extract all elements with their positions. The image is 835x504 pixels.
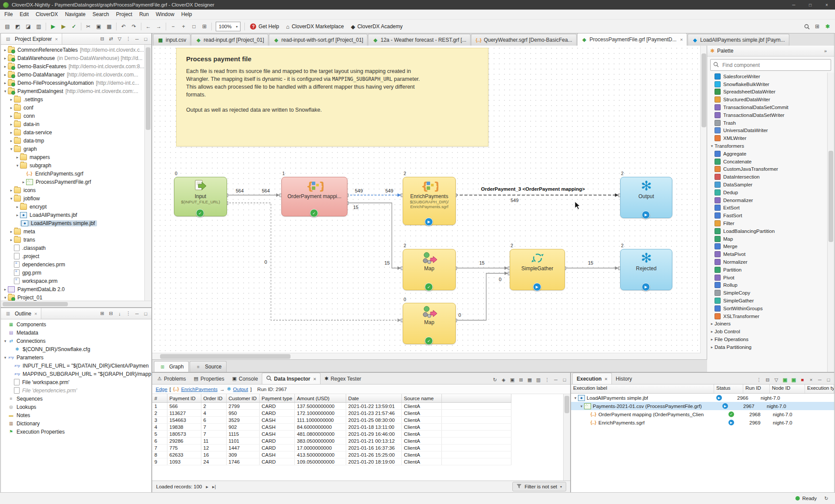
tree-item-commonreferencetables[interactable]: ▸CommonReferenceTables[http://demo-int.c… <box>1 46 151 54</box>
graph-canvas[interactable]: Process payment file Each file is read f… <box>152 46 707 360</box>
filter-icon[interactable]: ▽ <box>772 375 781 384</box>
marketplace-button[interactable]: ⌂CloverDX Marketplace <box>283 23 347 30</box>
zoom-out-icon[interactable]: − <box>168 22 178 31</box>
tree-item-sequences[interactable]: ≡Sequences <box>1 395 151 403</box>
expand-caret-icon[interactable]: ▸ <box>21 180 26 184</box>
data-row[interactable]: 156622799CARD137.50000000002021-01-22 13… <box>152 403 511 410</box>
collapse-caret-icon[interactable]: ▾ <box>9 147 14 151</box>
close-tab-icon[interactable]: × <box>605 376 607 381</box>
palette-item-transactionaldatasetwriter[interactable]: TransactionalDataSetWriter <box>707 111 834 119</box>
minimize-icon[interactable]: ─ <box>551 375 560 384</box>
palette-item-loadbalancingpartition[interactable]: LoadBalancingPartition <box>707 227 834 235</box>
expand-caret-icon[interactable]: ▸ <box>15 205 20 209</box>
canvas-vscrollbar[interactable] <box>700 46 707 360</box>
tree-item-data-tmp[interactable]: ▸data-tmp <box>1 136 151 145</box>
expand-caret-icon[interactable]: ▸ <box>3 73 8 77</box>
palette-item-concatenate[interactable]: Concatenate <box>707 158 834 166</box>
palette-search[interactable] <box>710 59 831 71</box>
zoom-select[interactable]: 100%▾ <box>216 22 240 31</box>
tab-data-inspector[interactable]: Data Inspector× <box>262 373 321 384</box>
column-header-execution-type[interactable]: Execution type <box>805 385 834 393</box>
expand-caret-icon[interactable]: ▸ <box>9 122 14 126</box>
collapse-all-icon[interactable]: ⊟ <box>107 309 115 318</box>
collapse-all-icon[interactable]: ⊟ <box>763 375 772 384</box>
component-orderpayment-mapping[interactable]: 1{}OrderPayment mappi...✓ <box>281 177 347 213</box>
column-header-date[interactable]: Date <box>346 394 401 403</box>
data-row[interactable]: 7775121447CARD17.00000000002021-01-16 16… <box>152 444 511 451</box>
palette-item-extsort[interactable]: ExtSort <box>707 204 834 212</box>
expand-caret-icon[interactable]: ▸ <box>709 329 715 334</box>
editor-tab-12a-weather-forecast-rest-grf[interactable]: ◆12a - Weather forecast - REST.grf [... <box>368 34 471 46</box>
breadcrumb-source-link[interactable]: EnrichPayments <box>181 387 217 392</box>
tree-item-project[interactable]: .project <box>1 252 151 260</box>
canvas-hscrollbar[interactable] <box>152 353 701 360</box>
execution-row-orderpayment-mapping-orderpayments-clien[interactable]: {..}OrderPayment mapping (OrderPayments_… <box>571 410 834 418</box>
expand-all-icon[interactable]: ⊞ <box>98 309 107 318</box>
column-header-payment-id[interactable]: Payment ID <box>167 394 201 403</box>
palette-item-universaldatawriter[interactable]: UniversalDataWriter <box>707 127 834 135</box>
grid-view-icon[interactable]: ⊞ <box>517 375 525 384</box>
palette-category-joiners[interactable]: ▸Joiners <box>707 320 834 328</box>
clover-perspective-icon[interactable]: ✱ <box>823 22 832 31</box>
tree-item-notes[interactable]: ▬Notes <box>1 411 151 419</box>
tree-item-dictionary[interactable]: ▥Dictionary <box>1 419 151 428</box>
collapse-caret-icon[interactable]: ▾ <box>3 89 8 93</box>
refresh-icon[interactable]: ↻ <box>491 375 499 384</box>
palette-vscrollbar[interactable] <box>827 73 834 372</box>
maximize-icon[interactable]: □ <box>824 375 833 384</box>
copy-icon[interactable]: ▣ <box>94 22 104 31</box>
palette-category-transformers[interactable]: ▾Transformers <box>707 142 834 150</box>
execution-row-enrichpayments-sgrf[interactable]: {..}EnrichPayments.sgrf▶2969night-7.0 <box>571 418 834 427</box>
tab-regex-tester[interactable]: ✱Regex Tester <box>321 373 365 384</box>
zoom-in-icon[interactable]: + <box>179 22 188 31</box>
column-header-status[interactable]: Status <box>714 385 743 393</box>
execution-row-payments-2021-01-csv-processpaymentfile-grf[interactable]: ▾Payments-2021-01.csv (ProcessPaymentFil… <box>571 402 834 410</box>
grid-snap-icon[interactable]: ⊞ <box>200 22 209 31</box>
menu-file[interactable]: File <box>1 10 16 19</box>
collapse-caret-icon[interactable]: ▾ <box>3 295 8 300</box>
breadcrumb-edge-link[interactable]: Edge <box>156 387 167 392</box>
expand-caret-icon[interactable]: ▸ <box>9 97 14 102</box>
expand-caret-icon[interactable]: ▸ <box>9 130 14 135</box>
component-map-2[interactable]: 0Map✓ <box>403 303 455 341</box>
tab-project-explorer[interactable]: ▤ Project Explorer × <box>1 33 62 44</box>
close-view-icon[interactable]: × <box>55 36 57 42</box>
server1-icon[interactable]: ▣ <box>781 375 789 384</box>
menu-navigate[interactable]: Navigate <box>61 10 89 19</box>
tree-item-demo-basicfeatures[interactable]: ▸Demo-BasicFeatures[http://demo-int.clov… <box>1 62 151 70</box>
zoom-fit-icon[interactable]: □ <box>189 22 199 31</box>
tab-console[interactable]: ▣Console <box>228 373 262 384</box>
data-row[interactable]: 629286111101CARD383.05000000002021-01-21… <box>152 438 511 444</box>
column-header-payment-type[interactable]: Payment type <box>259 394 294 403</box>
close-tab-icon[interactable]: × <box>680 37 683 42</box>
collapse-caret-icon[interactable]: ▾ <box>573 396 578 400</box>
tree-item-classpath[interactable]: .classpath <box>1 244 151 252</box>
column-header-source-name[interactable]: Source name <box>401 394 441 403</box>
data-row[interactable]: 518057371115CASH481.08000000002021-01-29… <box>152 431 511 438</box>
tree-item-dependencies-prm[interactable]: dependencies.prm <box>1 260 151 269</box>
expand-caret-icon[interactable]: ▸ <box>709 322 715 326</box>
expand-caret-icon[interactable]: ▸ <box>9 139 14 143</box>
palette-item-dedup[interactable]: Dedup <box>707 189 834 196</box>
palette-item-salesforcewriter[interactable]: SalesforceWriter <box>707 73 834 80</box>
tree-item-conn-dir-snowflake-cfg[interactable]: ✻$(CONN_DIR)/Snowflake.cfg <box>1 345 151 353</box>
tree-item-parameters[interactable]: ▾x=yParameters <box>1 353 151 361</box>
collapse-caret-icon[interactable]: ▾ <box>709 144 715 148</box>
collapse-caret-icon[interactable]: ▾ <box>3 339 8 343</box>
menu-project[interactable]: Project <box>113 10 136 19</box>
data-row[interactable]: 4198387902CASH84.60000000002021-01-18 13… <box>152 424 511 431</box>
column-header-row-number[interactable]: # <box>152 394 167 403</box>
collapse-caret-icon[interactable]: ▾ <box>3 355 8 360</box>
search-icon[interactable] <box>802 22 812 31</box>
tree-item-data-in[interactable]: ▸data-in <box>1 120 151 128</box>
maximize-icon[interactable]: □ <box>141 309 150 318</box>
close-window-button[interactable]: × <box>818 0 835 10</box>
breadcrumb-target-link[interactable]: Output <box>233 387 248 392</box>
expand-caret-icon[interactable]: ▸ <box>15 155 20 159</box>
run-graph-icon[interactable]: ▶ <box>48 22 58 31</box>
component-simplegather[interactable]: 2SimpleGather▶ <box>510 249 564 287</box>
open-perspective-icon[interactable]: ⊞ <box>812 22 822 31</box>
graph-note[interactable]: Process payment file Each file is read f… <box>176 48 488 146</box>
palette-item-merge[interactable]: Merge <box>707 243 834 251</box>
editor-tab-loadallpayments-simple-jbf-paym[interactable]: ◆LoadAllPayments simple.jbf [Paym... <box>688 34 789 46</box>
